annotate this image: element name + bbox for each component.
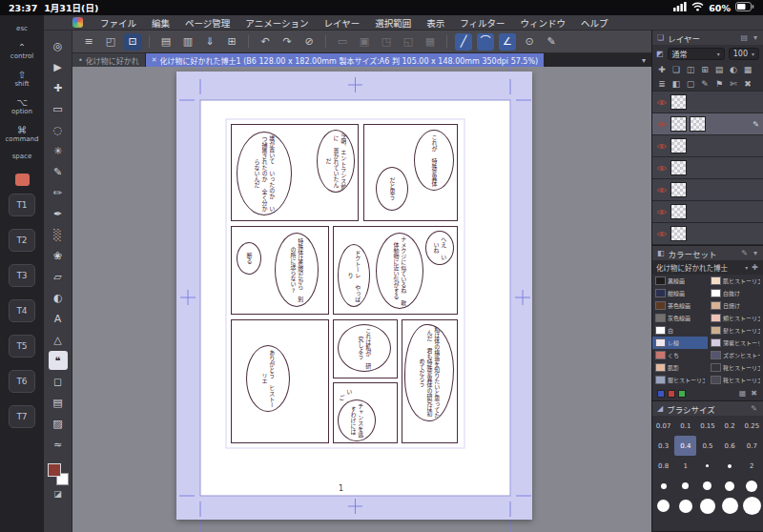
color-swatch-item[interactable]: ズボンヒストーリエ: [708, 349, 763, 361]
edit-brush-size-icon[interactable]: ✎: [750, 404, 758, 413]
add-color-set-icon[interactable]: ✚: [751, 263, 759, 272]
brush-size-cell[interactable]: 1: [674, 456, 696, 476]
operation-tool[interactable]: ▶: [49, 57, 68, 76]
snap-special-ruler-button[interactable]: ⊙: [521, 33, 538, 51]
option-key[interactable]: ⌥option: [11, 97, 32, 116]
layer-mask-icon[interactable]: ▤: [712, 65, 726, 74]
straight-line-button[interactable]: ╱: [455, 33, 472, 51]
shortcut-key-t6[interactable]: T6: [9, 370, 35, 393]
color-swatch-item[interactable]: くち: [652, 349, 708, 361]
brush-size-cell[interactable]: 2: [741, 456, 763, 476]
clip-to-layer-icon[interactable]: ✄: [727, 79, 740, 89]
open-canvas-button[interactable]: ▥: [179, 33, 196, 51]
edit-color-set-icon[interactable]: ✎: [740, 249, 749, 257]
color-swatch-item[interactable]: 白抜け: [708, 287, 763, 299]
layer-visibility-icon[interactable]: [656, 230, 668, 238]
draft-layer-icon[interactable]: ✎: [698, 79, 711, 89]
new-vector-layer-icon[interactable]: ◫: [684, 65, 697, 74]
color-swatch-item[interactable]: 髪ヒストーリエ: [708, 324, 763, 337]
layer-thumbnail[interactable]: [670, 204, 687, 219]
document-page[interactable]: 今朝、エントランス前に 置かれていたんだ 誰が置いて いったのか いつ捕獲された…: [176, 72, 532, 520]
history-color-chip[interactable]: [657, 390, 665, 398]
move-tool[interactable]: ✚: [49, 78, 68, 97]
two-pane-view-icon[interactable]: ▦: [741, 65, 754, 74]
history-color-chip[interactable]: [678, 390, 686, 398]
color-set-collapse-icon[interactable]: ▾: [753, 249, 758, 257]
foreground-color-swatch[interactable]: [48, 463, 61, 477]
touch-gesture-button[interactable]: ⊡: [124, 33, 141, 51]
frame-border-tool[interactable]: ◻: [49, 372, 68, 391]
canvas-area[interactable]: 今朝、エントランス前に 置かれていたんだ 誰が置いて いったのか いつ捕獲された…: [72, 67, 651, 532]
deselect-button[interactable]: ▣: [356, 33, 373, 51]
brush-size-cell[interactable]: [652, 476, 674, 496]
select-all-button[interactable]: ▭: [334, 33, 351, 51]
menu-item[interactable]: 編集: [144, 15, 177, 30]
balloon-tool[interactable]: ❝: [49, 351, 68, 370]
menu-item[interactable]: ヘルプ: [573, 15, 616, 30]
menu-item[interactable]: アニメーション: [237, 15, 316, 30]
export-button[interactable]: ⊞: [223, 33, 240, 51]
brush-size-cell[interactable]: 0.8: [652, 456, 674, 476]
new-raster-layer-icon[interactable]: ✚: [655, 65, 669, 74]
color-swatch-item[interactable]: 肌影: [652, 361, 708, 374]
layers-menu-icon[interactable]: ▤: [739, 33, 749, 42]
menu-item[interactable]: 選択範囲: [367, 15, 419, 30]
figure-tool[interactable]: △: [49, 330, 68, 349]
brush-size-cell[interactable]: [674, 496, 696, 516]
history-color-chip[interactable]: [668, 390, 675, 398]
delete-color-icon[interactable]: ✖: [750, 389, 758, 398]
layers-palette-header[interactable]: ❏ レイヤー ▤ ▾: [652, 31, 763, 45]
brush-size-cell[interactable]: [719, 476, 741, 496]
layer-thumbnail[interactable]: [670, 226, 687, 241]
brush-size-cell[interactable]: [741, 476, 763, 496]
shortcut-key-t3[interactable]: T3: [9, 264, 35, 287]
text-tool[interactable]: A: [49, 309, 68, 328]
shortcut-key-t1[interactable]: T1: [9, 194, 35, 216]
close-tab-icon[interactable]: ✕: [152, 56, 157, 64]
brush-size-cell[interactable]: 0.07: [652, 416, 674, 436]
shortcut-key-t5[interactable]: T5: [9, 335, 35, 358]
brush-size-cell[interactable]: [719, 496, 741, 516]
brush-size-cell[interactable]: [696, 496, 718, 516]
selection-source-icon[interactable]: ▢: [684, 79, 697, 89]
menu-item[interactable]: ファイル: [93, 15, 144, 30]
layer-visibility-icon[interactable]: [656, 142, 668, 151]
color-swatch-item[interactable]: 黒線画: [652, 275, 708, 287]
shortcut-key-t2[interactable]: T2: [9, 229, 35, 252]
tab-inactive-document[interactable]: • 化け物に好かれ: [72, 53, 146, 67]
brush-size-cell[interactable]: [696, 476, 718, 496]
menu-item[interactable]: フィルター: [452, 15, 512, 30]
main-menu-button[interactable]: ≡: [80, 33, 97, 51]
brush-size-cell[interactable]: 0.15: [696, 416, 718, 436]
color-swatch-item[interactable]: 頬ヒストーリエ: [708, 312, 763, 324]
swap-colors-icon[interactable]: ◪: [53, 489, 62, 499]
invert-selection-button[interactable]: ◳: [378, 33, 395, 51]
brush-size-cell[interactable]: 0.4: [674, 436, 696, 456]
gradient-tool[interactable]: ▤: [49, 393, 68, 412]
grid-view-icon[interactable]: ▦: [738, 389, 748, 398]
command-key[interactable]: ⌘command: [6, 125, 39, 144]
color-swatch-item[interactable]: 服ヒストーリエ: [652, 374, 708, 386]
brush-size-cell[interactable]: [719, 456, 741, 476]
layer-thumbnail[interactable]: [670, 182, 687, 197]
save-canvas-button[interactable]: ⇓: [201, 33, 218, 51]
menu-item[interactable]: レイヤー: [316, 15, 367, 30]
layer-property-icon[interactable]: ≣: [655, 79, 669, 89]
brush-size-cell[interactable]: 0.7: [741, 436, 763, 456]
tone-layer-icon[interactable]: ◐: [727, 65, 740, 74]
layer-row[interactable]: [652, 92, 763, 113]
orange-key-chip[interactable]: [15, 174, 30, 186]
transfer-to-lower-icon[interactable]: ◧: [670, 79, 683, 89]
lasso-tool[interactable]: ◌: [49, 120, 68, 139]
brush-size-cell[interactable]: [674, 476, 696, 496]
brush-size-cell[interactable]: 0.25: [741, 416, 763, 436]
layer-row[interactable]: [652, 157, 763, 178]
color-set-select[interactable]: 化け物に好かれた博士 ▾ ✚: [652, 260, 763, 275]
eraser-tool[interactable]: ▱: [49, 267, 68, 286]
brush-size-cell[interactable]: 0.1: [674, 416, 696, 436]
color-swatch-item[interactable]: 茶色線画: [652, 299, 708, 312]
color-swatch-item[interactable]: レ線: [652, 337, 708, 349]
color-swatch-item[interactable]: 靴ヒストーリエ: [708, 361, 763, 374]
lock-layer-icon[interactable]: ⚑: [712, 79, 726, 89]
brush-size-cell[interactable]: 0.3: [652, 436, 674, 456]
